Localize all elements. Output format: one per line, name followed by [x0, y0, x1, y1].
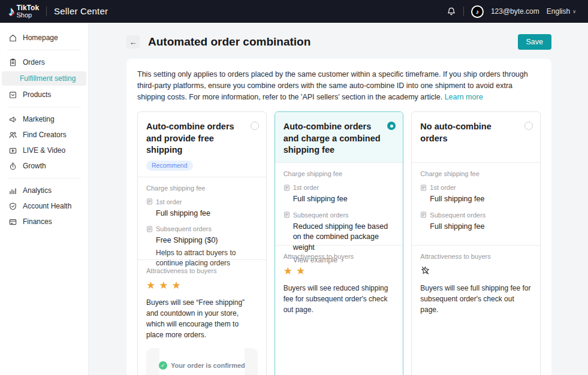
- page-title: Automated order combination: [148, 35, 518, 49]
- notification-bell-icon[interactable]: [447, 7, 456, 16]
- attractiveness-section: Attractiveness to buyers Buyers will see…: [412, 246, 540, 322]
- star-rating: ★★: [284, 265, 395, 277]
- brand-line1: TikTok: [17, 4, 40, 11]
- orders-icon: [8, 58, 17, 67]
- language-label: English: [547, 7, 570, 16]
- sidebar-item-find-creators[interactable]: Find Creators: [0, 127, 88, 143]
- navbar-divider: [46, 7, 47, 16]
- sidebar-item-orders[interactable]: Orders: [0, 55, 88, 70]
- charge-section: Charge shipping fee 1st order Full shipp…: [275, 163, 403, 246]
- document-icon: [284, 185, 290, 191]
- document-icon: [284, 211, 290, 218]
- learn-more-link[interactable]: Learn more: [445, 93, 483, 101]
- charge-section: Charge shipping fee 1st order Full shipp…: [138, 177, 266, 260]
- first-order-row: 1st order: [420, 184, 532, 191]
- check-icon: ✓: [159, 361, 167, 370]
- people-icon: [8, 131, 17, 140]
- sidebar-item-marketing[interactable]: Marketing: [0, 111, 88, 127]
- card-head: Auto-combine orders and charge a combine…: [275, 112, 403, 163]
- home-icon: [8, 34, 17, 43]
- card-title: Auto-combine orders and charge a combine…: [284, 121, 383, 156]
- intro-text: This setting only applies to orders plac…: [137, 69, 541, 102]
- recommend-badge: Recommend: [146, 161, 193, 171]
- tiktok-shop-logo[interactable]: ♪ TikTok Shop: [8, 4, 39, 18]
- sidebar-divider: [7, 50, 81, 50]
- card-title: No auto-combine orders: [420, 121, 520, 144]
- no-star-icon: [420, 265, 532, 277]
- document-icon: [146, 226, 153, 232]
- avatar-tiktok-note-icon: ♪: [472, 7, 483, 17]
- back-button[interactable]: ←: [126, 35, 140, 49]
- sidebar-divider: [7, 178, 81, 179]
- card-head: Auto-combine orders and provide free shi…: [138, 112, 266, 177]
- radio-button[interactable]: [524, 122, 533, 130]
- bar-chart-icon: [8, 186, 17, 195]
- save-button[interactable]: Save: [518, 34, 552, 50]
- tiktok-note-icon: ♪: [8, 5, 15, 17]
- sidebar-item-products[interactable]: Products: [0, 87, 88, 102]
- sidebar-item-growth[interactable]: Growth: [0, 158, 88, 174]
- attractiveness-section: Attractiveness to buyers ★★★ Buyers will…: [138, 260, 266, 375]
- top-navbar: ♪ TikTok Shop Seller Center ♪ 123@byte.c…: [0, 0, 588, 23]
- order-confirmation-preview: ✓ Your order is confirmed Free Shipping …: [146, 348, 258, 375]
- wallet-icon: [8, 217, 17, 226]
- sidebar-item-analytics[interactable]: Analytics: [0, 183, 88, 198]
- sidebar-item-finances[interactable]: Finances: [0, 214, 88, 229]
- sidebar-item-homepage[interactable]: Homepage: [0, 30, 88, 46]
- account-avatar[interactable]: ♪: [471, 5, 484, 18]
- product-name: Seller Center: [54, 6, 108, 16]
- sidebar-divider: [7, 107, 81, 107]
- sidebar-item-account-health[interactable]: Account Health: [0, 198, 88, 214]
- option-card-no-combine[interactable]: No auto-combine orders Charge shipping f…: [411, 111, 541, 375]
- star-rating: ★★★: [146, 280, 258, 292]
- brand-line2: Shop: [17, 12, 40, 19]
- shield-icon: [8, 202, 17, 211]
- charge-section: Charge shipping fee 1st order Full shipp…: [412, 163, 540, 246]
- sidebar: Homepage Orders Fulfillment setting Prod…: [0, 23, 89, 375]
- card-head: No auto-combine orders: [412, 112, 540, 163]
- video-icon: [8, 146, 17, 155]
- first-order-row: 1st order: [146, 198, 258, 205]
- subsequent-orders-row: Subsequent orders: [420, 211, 532, 219]
- megaphone-icon: [8, 115, 17, 124]
- document-icon: [420, 185, 427, 191]
- products-icon: [8, 90, 17, 99]
- subsequent-orders-row: Subsequent orders: [284, 211, 395, 219]
- radio-button[interactable]: [251, 122, 259, 130]
- card-title: Auto-combine orders and provide free shi…: [146, 121, 246, 156]
- settings-panel: This setting only applies to orders plac…: [126, 59, 551, 375]
- option-card-combined-fee[interactable]: Auto-combine orders and charge a combine…: [275, 111, 404, 375]
- main-content: ← Automated order combination Save This …: [89, 23, 588, 375]
- document-icon: [420, 211, 427, 218]
- language-selector[interactable]: English ∨: [547, 7, 576, 16]
- stopwatch-icon: [8, 162, 17, 171]
- navbar-divider: [463, 7, 464, 16]
- document-icon: [146, 198, 153, 205]
- first-order-row: 1st order: [284, 184, 395, 191]
- radio-button-selected[interactable]: [387, 122, 396, 130]
- attractiveness-section: Attractiveness to buyers ★★ Buyers will …: [275, 246, 403, 322]
- account-email[interactable]: 123@byte.com: [491, 7, 539, 16]
- option-cards: Auto-combine orders and provide free shi…: [137, 111, 541, 375]
- option-card-free-shipping[interactable]: Auto-combine orders and provide free shi…: [137, 111, 267, 375]
- chevron-down-icon: ∨: [572, 9, 576, 14]
- page-header: ← Automated order combination Save: [126, 34, 551, 50]
- sidebar-item-fulfillment-setting[interactable]: Fulfillment setting: [2, 71, 86, 86]
- sidebar-item-live-video[interactable]: LIVE & Video: [0, 143, 88, 158]
- subsequent-orders-row: Subsequent orders: [146, 225, 258, 232]
